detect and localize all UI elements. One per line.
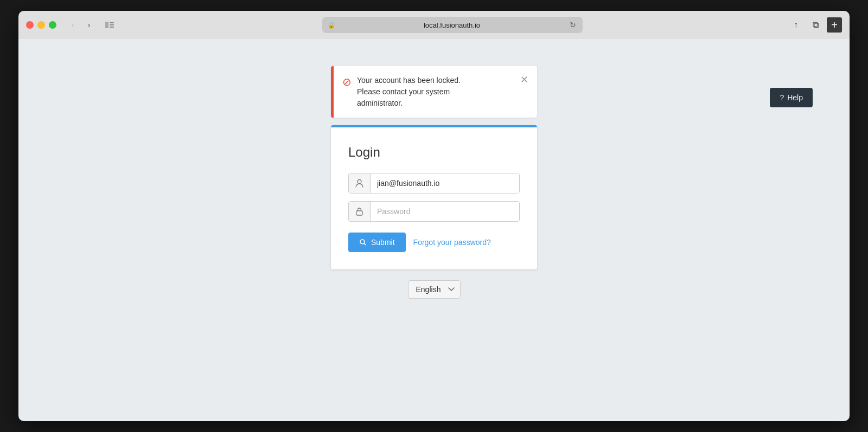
url-text: local.fusionauth.io [339, 21, 565, 29]
help-circle-icon: ? [780, 93, 784, 102]
alert-text: Your account has been locked. Please con… [357, 75, 461, 109]
svg-rect-2 [110, 24, 114, 25]
submit-key-icon [359, 238, 367, 246]
share-button[interactable]: ↑ [788, 17, 804, 33]
alert-box: ⊘ Your account has been locked. Please c… [331, 66, 537, 118]
maximize-traffic-light[interactable] [49, 21, 56, 29]
svg-rect-1 [110, 22, 114, 23]
sidebar-toggle-button[interactable] [102, 17, 117, 33]
duplicate-button[interactable]: ⧉ [807, 17, 824, 33]
minimize-traffic-light[interactable] [37, 21, 45, 29]
svg-rect-5 [356, 211, 362, 215]
browser-actions: ↑ ⧉ + [788, 17, 842, 33]
traffic-lights [26, 21, 56, 29]
nav-buttons: ‹ › [65, 17, 97, 33]
refresh-button[interactable]: ↻ [569, 20, 577, 30]
lock-icon: 🔒 [328, 22, 335, 29]
address-bar-wrap: 🔒 local.fusionauth.io ↻ [123, 17, 782, 33]
language-select[interactable]: English French German Spanish [408, 280, 461, 299]
help-label: Help [787, 93, 803, 102]
back-button[interactable]: ‹ [65, 17, 80, 33]
form-actions: Submit Forgot your password? [348, 233, 520, 252]
password-input-group [348, 201, 520, 222]
email-field[interactable] [371, 173, 519, 193]
address-bar[interactable]: 🔒 local.fusionauth.io ↻ [322, 17, 583, 33]
alert-line3: administrator. [357, 99, 403, 107]
alert-content: ⊘ Your account has been locked. Please c… [342, 75, 461, 109]
submit-button[interactable]: Submit [348, 233, 406, 252]
alert-line2: Please contact your system [357, 87, 450, 96]
close-traffic-light[interactable] [26, 21, 34, 29]
help-button[interactable]: ? Help [770, 88, 813, 107]
password-field[interactable] [371, 202, 519, 221]
forward-button[interactable]: › [81, 17, 97, 33]
lock-icon [349, 202, 371, 221]
svg-point-4 [358, 180, 361, 184]
browser-content: ? Help ⊘ Your account has been locked. P… [18, 39, 850, 421]
user-icon [349, 173, 371, 193]
alert-error-icon: ⊘ [342, 75, 352, 88]
login-card: Login [331, 125, 537, 269]
email-input-group [348, 173, 520, 194]
forgot-password-link[interactable]: Forgot your password? [413, 238, 491, 247]
alert-close-button[interactable]: ✕ [520, 74, 528, 86]
alert-line1: Your account has been locked. [357, 76, 461, 85]
browser-titlebar: ‹ › 🔒 local.fusionauth.io ↻ ↑ ⧉ + [18, 11, 850, 39]
svg-rect-0 [105, 22, 108, 28]
submit-label: Submit [371, 238, 395, 247]
language-selector: English French German Spanish [408, 280, 461, 299]
new-tab-button[interactable]: + [827, 17, 842, 33]
svg-rect-3 [110, 27, 114, 28]
login-title: Login [348, 145, 520, 160]
